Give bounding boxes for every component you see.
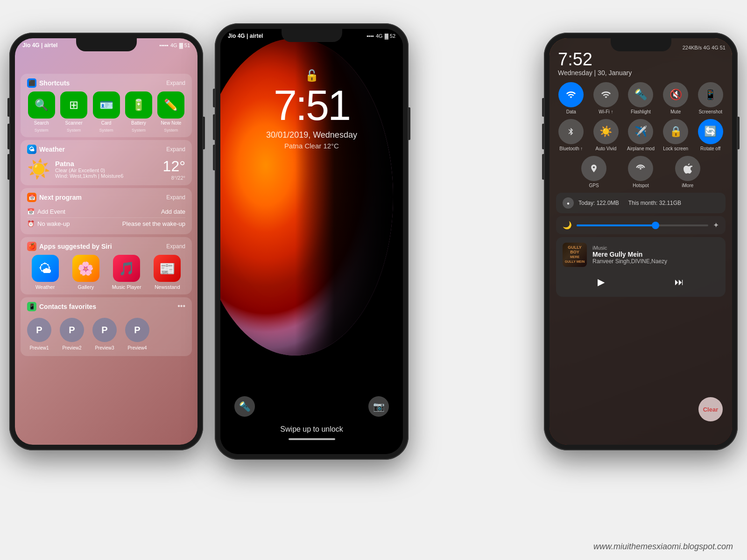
toggle-wifi[interactable]: Wi-Fi ↑ [591, 82, 621, 114]
shortcut-scanner[interactable]: ⊞ Scanner System [59, 91, 88, 133]
home-indicator[interactable] [289, 438, 335, 440]
notch [76, 38, 137, 51]
add-date[interactable]: Add date [161, 208, 185, 215]
cc-date: Wednesday | 30, January [550, 68, 732, 82]
bluetooth-toggle-btn[interactable] [558, 119, 584, 144]
music-controls: ▶ ⏭ [563, 273, 719, 291]
calendar-title: 📅 Next program [27, 193, 82, 202]
alarm-icon: ⏰ [27, 220, 35, 227]
shortcuts-grid: 🔍 Search System ⊞ Scanner System 🪪 Card … [27, 91, 185, 133]
weather-icon: 🌤 [27, 145, 36, 154]
siri-expand[interactable]: Expand [166, 243, 185, 250]
phone3-frame: 224KB/s 4G 4G 51 7:52 Wednesday | 30, Ja… [544, 33, 738, 450]
toggle-mute[interactable]: 🔇 Mute [661, 82, 691, 114]
camera-shortcut[interactable]: 📷 [368, 396, 389, 417]
contacts-more[interactable]: ••• [177, 302, 185, 310]
contacts-row: P Preview1 P Preview2 P Preview3 P Previ… [27, 315, 185, 353]
imore-toggle-btn[interactable] [675, 156, 700, 181]
mute-toggle-btn[interactable]: 🔇 [663, 82, 688, 107]
calendar-icon: 📅 [27, 193, 36, 202]
mute-switch[interactable] [7, 98, 9, 117]
phone2-screen: Jio 4G | airtel ▪▪▪▪ 4G ▓ 52 🔓 7:51 30/0… [220, 29, 403, 454]
wifi-toggle-btn[interactable] [593, 82, 619, 107]
flashlight-shortcut[interactable]: 🔦 [234, 396, 255, 417]
album-art: GULLY BOYMERE GULLY MEIN [563, 243, 587, 267]
toggle-gps[interactable]: GPS [573, 156, 615, 188]
weather-expand[interactable]: Expand [166, 146, 185, 153]
contact-2[interactable]: P Preview2 [60, 318, 84, 350]
toggle-bluetooth[interactable]: Bluetooth ↑ [556, 119, 586, 151]
phone3-power-button[interactable] [738, 117, 740, 149]
toggle-lockscreen[interactable]: 🔒 Lock screen [661, 119, 691, 151]
shortcut-battery[interactable]: 🔋 Battery System [124, 91, 153, 133]
phone3-volume-up[interactable] [542, 124, 544, 149]
data-toggle-btn[interactable] [558, 82, 584, 107]
hotspot-toggle-btn[interactable] [628, 156, 653, 181]
siri-app-music[interactable]: 🎵 Music Player [109, 255, 145, 290]
phone2-notch [282, 29, 342, 42]
shortcut-newnote[interactable]: ✏️ New Note System [157, 91, 185, 133]
brightness-track[interactable] [577, 224, 708, 226]
weather-wind: Wind: West,1km/h | Moisture6 [55, 173, 158, 179]
phone2-power-button[interactable] [409, 107, 410, 140]
play-button[interactable]: ▶ [588, 273, 614, 291]
toggle-data[interactable]: Data [556, 82, 586, 114]
shortcut-battery-icon: 🔋 [125, 91, 152, 119]
power-button[interactable] [203, 117, 205, 149]
contact-4[interactable]: P Preview4 [125, 318, 149, 350]
toggle-rotate[interactable]: 🔄 Rotate off [695, 119, 726, 151]
lock-weather: Patna Clear 12°C [220, 142, 403, 150]
autovivid-toggle-btn[interactable]: ☀️ [593, 119, 619, 144]
airplane-toggle-btn[interactable]: ✈️ [628, 119, 653, 144]
toggle-airplane[interactable]: ✈️ Airplane mod [626, 119, 656, 151]
music-info: iMusic Mere Gully Mein Ranveer Singh,DIV… [592, 245, 719, 265]
siri-app-weather[interactable]: 🌤 Weather [27, 255, 63, 290]
shortcuts-expand[interactable]: Expand [166, 80, 185, 86]
music-player-widget: GULLY BOYMERE GULLY MEIN iMusic Mere Gul… [556, 237, 726, 297]
toggle-autovivid[interactable]: ☀️ Auto Vivid [591, 119, 621, 151]
contact-3[interactable]: P Preview3 [92, 318, 117, 350]
flashlight-toggle-btn[interactable]: 🔦 [628, 82, 653, 107]
siri-title: 🍎 Apps suggested by Siri [27, 242, 112, 251]
siri-app-newsstand[interactable]: 📰 Newsstand [149, 255, 185, 290]
phone3-screen: 224KB/s 4G 4G 51 7:52 Wednesday | 30, Ja… [550, 38, 732, 445]
shortcut-search[interactable]: 🔍 Search System [27, 91, 56, 133]
lockscreen-toggle-btn[interactable]: 🔒 [663, 119, 688, 144]
weather-header: 🌤 Weather Expand [27, 145, 185, 154]
shortcut-search-icon: 🔍 [28, 91, 55, 119]
phone2-mute-switch[interactable] [213, 89, 215, 107]
shortcuts-title: ⬛ Shortcuts [27, 78, 70, 88]
gps-toggle-btn[interactable] [581, 156, 606, 181]
data-month: This month: 32.11GB [628, 200, 681, 206]
weather-title: 🌤 Weather [27, 145, 65, 154]
phone2-volume-down[interactable] [213, 145, 215, 170]
phone3-mute-switch[interactable] [542, 98, 544, 117]
rotate-toggle-btn[interactable]: 🔄 [698, 119, 723, 144]
lockscreen-signal: ▪▪▪▪ [366, 33, 374, 39]
clear-button[interactable]: Clear [698, 397, 723, 421]
siri-gallery-icon: 🌸 [72, 255, 99, 282]
brightness-thumb[interactable] [652, 222, 659, 229]
watermark: www.miuithemesxiaomi.blogspot.com [593, 542, 733, 552]
screenshot-toggle-btn[interactable]: 📱 [698, 82, 723, 107]
toggle-hotspot[interactable]: Hotspot [620, 156, 662, 188]
siri-grid: 🌤 Weather 🌸 Gallery 🎵 Music Player 📰 New… [27, 255, 185, 290]
siri-widget: 🍎 Apps suggested by Siri Expand 🌤 Weathe… [21, 237, 192, 294]
volume-down-button[interactable] [7, 154, 9, 180]
toggle-imore[interactable]: iMore [667, 156, 709, 188]
calendar-expand[interactable]: Expand [166, 194, 185, 201]
toggle-screenshot[interactable]: 📱 Screenshot [695, 82, 726, 114]
shortcuts-icon: ⬛ [27, 78, 36, 88]
siri-app-gallery[interactable]: 🌸 Gallery [68, 255, 104, 290]
lock-date: 30/01/2019, Wednesday [220, 130, 403, 140]
fast-forward-button[interactable]: ⏭ [665, 273, 693, 291]
volume-up-button[interactable] [7, 124, 9, 149]
shortcut-scanner-icon: ⊞ [60, 91, 87, 119]
toggle-row-3: GPS Hotspot iMore [550, 156, 732, 188]
phone2-volume-up[interactable] [213, 114, 215, 140]
contact-1[interactable]: P Preview1 [27, 318, 51, 350]
calendar-widget: 📅 Next program Expand 📅Add Event Add dat… [21, 188, 192, 234]
toggle-flashlight[interactable]: 🔦 Flashlight [626, 82, 656, 114]
shortcut-card[interactable]: 🪪 Card System [92, 91, 120, 133]
phone3-volume-down[interactable] [542, 154, 544, 180]
